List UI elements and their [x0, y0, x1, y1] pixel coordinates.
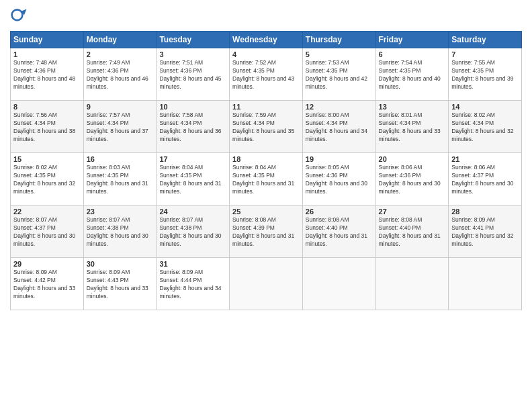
- header-cell-sunday: Sunday: [11, 32, 84, 48]
- day-number: 15: [13, 155, 81, 163]
- day-number: 24: [159, 208, 226, 216]
- calendar-cell: 27 Sunrise: 8:08 AM Sunset: 4:40 PM Dayl…: [375, 205, 449, 258]
- calendar-page: SundayMondayTuesdayWednesdayThursdayFrid…: [0, 0, 532, 411]
- day-info: Sunrise: 8:08 AM Sunset: 4:40 PM Dayligh…: [379, 216, 446, 248]
- calendar-cell: 7 Sunrise: 7:55 AM Sunset: 4:35 PM Dayli…: [449, 48, 522, 101]
- day-number: 2: [87, 50, 154, 58]
- calendar-row-3: 15 Sunrise: 8:02 AM Sunset: 4:35 PM Dayl…: [11, 153, 522, 205]
- calendar-cell: 11 Sunrise: 7:59 AM Sunset: 4:34 PM Dayl…: [230, 101, 303, 153]
- calendar-cell: 8 Sunrise: 7:56 AM Sunset: 4:34 PM Dayli…: [11, 101, 84, 153]
- calendar-cell: 20 Sunrise: 8:06 AM Sunset: 4:36 PM Dayl…: [375, 153, 449, 205]
- calendar-cell: 2 Sunrise: 7:49 AM Sunset: 4:36 PM Dayli…: [83, 48, 157, 101]
- calendar-cell: 5 Sunrise: 7:53 AM Sunset: 4:35 PM Dayli…: [302, 48, 375, 101]
- calendar-table: SundayMondayTuesdayWednesdayThursdayFrid…: [10, 31, 522, 310]
- day-number: 16: [87, 155, 154, 163]
- day-number: 26: [306, 208, 373, 216]
- day-info: Sunrise: 8:08 AM Sunset: 4:40 PM Dayligh…: [306, 216, 373, 248]
- day-number: 27: [379, 208, 446, 216]
- day-number: 6: [379, 50, 446, 58]
- calendar-cell: 21 Sunrise: 8:06 AM Sunset: 4:37 PM Dayl…: [449, 153, 522, 205]
- header-cell-wednesday: Wednesday: [230, 32, 303, 48]
- day-info: Sunrise: 8:07 AM Sunset: 4:38 PM Dayligh…: [159, 216, 226, 248]
- calendar-cell: 19 Sunrise: 8:05 AM Sunset: 4:36 PM Dayl…: [302, 153, 375, 205]
- day-number: 8: [13, 103, 81, 111]
- calendar-cell: 28 Sunrise: 8:09 AM Sunset: 4:41 PM Dayl…: [449, 205, 522, 258]
- header-cell-thursday: Thursday: [302, 32, 375, 48]
- calendar-cell: [449, 258, 522, 310]
- day-info: Sunrise: 7:49 AM Sunset: 4:36 PM Dayligh…: [87, 59, 154, 91]
- day-info: Sunrise: 7:53 AM Sunset: 4:35 PM Dayligh…: [306, 59, 373, 91]
- calendar-row-4: 22 Sunrise: 8:07 AM Sunset: 4:37 PM Dayl…: [11, 205, 522, 258]
- day-info: Sunrise: 8:09 AM Sunset: 4:43 PM Dayligh…: [87, 269, 154, 301]
- day-info: Sunrise: 7:57 AM Sunset: 4:34 PM Dayligh…: [87, 111, 154, 144]
- calendar-cell: 26 Sunrise: 8:08 AM Sunset: 4:40 PM Dayl…: [302, 205, 375, 258]
- day-info: Sunrise: 8:06 AM Sunset: 4:36 PM Dayligh…: [379, 164, 446, 196]
- day-number: 25: [232, 208, 300, 216]
- day-number: 10: [159, 103, 226, 111]
- calendar-cell: 13 Sunrise: 8:01 AM Sunset: 4:34 PM Dayl…: [375, 101, 449, 153]
- day-info: Sunrise: 8:03 AM Sunset: 4:35 PM Dayligh…: [87, 164, 154, 196]
- calendar-cell: 9 Sunrise: 7:57 AM Sunset: 4:34 PM Dayli…: [83, 101, 157, 153]
- day-info: Sunrise: 8:01 AM Sunset: 4:34 PM Dayligh…: [379, 111, 446, 144]
- day-info: Sunrise: 8:08 AM Sunset: 4:39 PM Dayligh…: [232, 216, 300, 248]
- calendar-cell: [230, 258, 303, 310]
- day-number: 5: [306, 50, 373, 58]
- calendar-row-1: 1 Sunrise: 7:48 AM Sunset: 4:36 PM Dayli…: [11, 48, 522, 101]
- calendar-cell: 6 Sunrise: 7:54 AM Sunset: 4:35 PM Dayli…: [375, 48, 449, 101]
- day-info: Sunrise: 7:48 AM Sunset: 4:36 PM Dayligh…: [13, 59, 81, 91]
- day-info: Sunrise: 8:02 AM Sunset: 4:35 PM Dayligh…: [13, 164, 81, 196]
- header-cell-friday: Friday: [375, 32, 449, 48]
- calendar-cell: 16 Sunrise: 8:03 AM Sunset: 4:35 PM Dayl…: [83, 153, 157, 205]
- day-number: 9: [87, 103, 154, 111]
- day-number: 29: [13, 260, 81, 268]
- day-number: 12: [306, 103, 373, 111]
- calendar-cell: 1 Sunrise: 7:48 AM Sunset: 4:36 PM Dayli…: [11, 48, 84, 101]
- day-info: Sunrise: 8:09 AM Sunset: 4:44 PM Dayligh…: [159, 269, 226, 301]
- day-number: 28: [451, 208, 519, 216]
- calendar-row-2: 8 Sunrise: 7:56 AM Sunset: 4:34 PM Dayli…: [11, 101, 522, 153]
- day-number: 20: [379, 155, 446, 163]
- day-number: 22: [13, 208, 81, 216]
- calendar-cell: 24 Sunrise: 8:07 AM Sunset: 4:38 PM Dayl…: [157, 205, 230, 258]
- calendar-row-5: 29 Sunrise: 8:09 AM Sunset: 4:42 PM Dayl…: [11, 258, 522, 310]
- day-info: Sunrise: 8:07 AM Sunset: 4:38 PM Dayligh…: [87, 216, 154, 248]
- calendar-cell: [375, 258, 449, 310]
- day-info: Sunrise: 8:09 AM Sunset: 4:42 PM Dayligh…: [13, 269, 81, 301]
- day-info: Sunrise: 7:52 AM Sunset: 4:35 PM Dayligh…: [232, 59, 300, 91]
- day-number: 13: [379, 103, 446, 111]
- calendar-cell: 3 Sunrise: 7:51 AM Sunset: 4:36 PM Dayli…: [157, 48, 230, 101]
- day-number: 11: [232, 103, 300, 111]
- day-number: 14: [451, 103, 519, 111]
- calendar-cell: 23 Sunrise: 8:07 AM Sunset: 4:38 PM Dayl…: [83, 205, 157, 258]
- header: [10, 7, 522, 26]
- day-info: Sunrise: 8:04 AM Sunset: 4:35 PM Dayligh…: [159, 164, 226, 196]
- day-info: Sunrise: 8:06 AM Sunset: 4:37 PM Dayligh…: [451, 164, 519, 196]
- day-info: Sunrise: 7:51 AM Sunset: 4:36 PM Dayligh…: [159, 59, 226, 91]
- day-number: 17: [159, 155, 226, 163]
- day-info: Sunrise: 8:09 AM Sunset: 4:41 PM Dayligh…: [451, 216, 519, 248]
- calendar-cell: 17 Sunrise: 8:04 AM Sunset: 4:35 PM Dayl…: [157, 153, 230, 205]
- day-info: Sunrise: 8:05 AM Sunset: 4:36 PM Dayligh…: [306, 164, 373, 196]
- calendar-cell: 10 Sunrise: 7:58 AM Sunset: 4:34 PM Dayl…: [157, 101, 230, 153]
- calendar-cell: 12 Sunrise: 8:00 AM Sunset: 4:34 PM Dayl…: [302, 101, 375, 153]
- day-info: Sunrise: 7:54 AM Sunset: 4:35 PM Dayligh…: [379, 59, 446, 91]
- day-info: Sunrise: 7:59 AM Sunset: 4:34 PM Dayligh…: [232, 111, 300, 144]
- day-number: 19: [306, 155, 373, 163]
- day-number: 4: [232, 50, 300, 58]
- calendar-cell: 30 Sunrise: 8:09 AM Sunset: 4:43 PM Dayl…: [83, 258, 157, 310]
- day-info: Sunrise: 8:00 AM Sunset: 4:34 PM Dayligh…: [306, 111, 373, 144]
- calendar-cell: 31 Sunrise: 8:09 AM Sunset: 4:44 PM Dayl…: [157, 258, 230, 310]
- calendar-cell: 4 Sunrise: 7:52 AM Sunset: 4:35 PM Dayli…: [230, 48, 303, 101]
- calendar-cell: 22 Sunrise: 8:07 AM Sunset: 4:37 PM Dayl…: [11, 205, 84, 258]
- calendar-cell: 15 Sunrise: 8:02 AM Sunset: 4:35 PM Dayl…: [11, 153, 84, 205]
- header-cell-tuesday: Tuesday: [157, 32, 230, 48]
- day-number: 3: [159, 50, 226, 58]
- calendar-header-row: SundayMondayTuesdayWednesdayThursdayFrid…: [11, 32, 522, 48]
- logo: [10, 7, 32, 26]
- day-number: 21: [451, 155, 519, 163]
- day-info: Sunrise: 7:56 AM Sunset: 4:34 PM Dayligh…: [13, 111, 81, 144]
- header-cell-saturday: Saturday: [449, 32, 522, 48]
- day-info: Sunrise: 8:02 AM Sunset: 4:34 PM Dayligh…: [451, 111, 519, 144]
- calendar-cell: 25 Sunrise: 8:08 AM Sunset: 4:39 PM Dayl…: [230, 205, 303, 258]
- calendar-cell: 18 Sunrise: 8:04 AM Sunset: 4:35 PM Dayl…: [230, 153, 303, 205]
